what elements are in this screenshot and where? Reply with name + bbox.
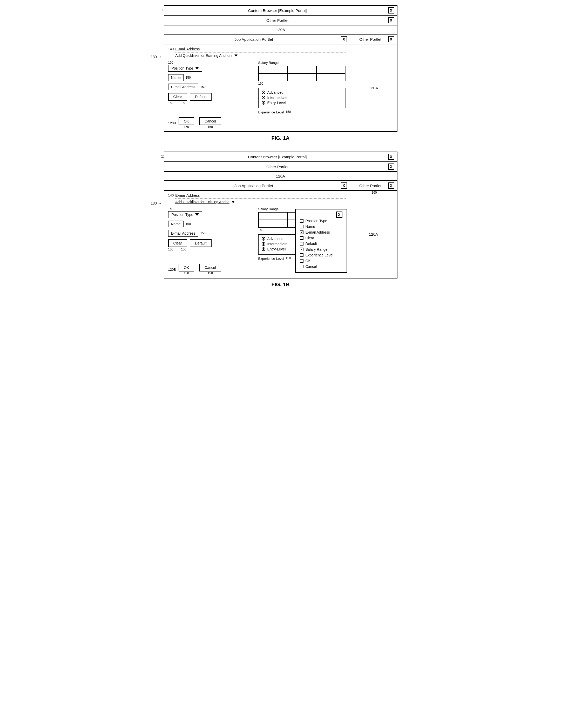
position-type-section-1b: 150 Position Type (168, 207, 256, 218)
quicklinks-link-1a[interactable]: Add Quicklinks for Existing Anchors (175, 53, 346, 58)
figure-label-1a: FIG. 1A (271, 135, 289, 141)
ref-130-arrow-1b: → (158, 201, 162, 206)
buttons-row-1b: Clear Default (168, 239, 256, 247)
quicklinks-arrow-1b (232, 201, 235, 203)
job-portlet-close-1b[interactable]: X (341, 182, 347, 189)
salary-cell-2 (287, 66, 316, 73)
email-input-1b[interactable]: E-mail Address (168, 230, 198, 237)
portlet-120a-label-1b: 120A (164, 172, 397, 181)
checkbox-salary[interactable]: ✕ (300, 248, 303, 251)
name-input-1a[interactable]: Name (168, 74, 184, 81)
popup-item-cancel[interactable]: Cancel (300, 264, 342, 269)
ref-row-buttons-1b: 150 150 (168, 248, 256, 251)
job-portlet-main-1a: Job Application Portlet X 140 E-mail Add… (164, 35, 350, 131)
other-portlet-side-1b: Other Portlet X 120A (350, 181, 397, 278)
ref-row-buttons-1a: 150 150 (168, 101, 256, 105)
popup-cancel-label: Cancel (306, 264, 317, 269)
name-row-1a: Name 150 (168, 74, 256, 81)
popup-item-salary[interactable]: ✕ Salary Range (300, 247, 342, 251)
name-row-1b: Name 150 (168, 221, 256, 227)
salary-cell-3 (316, 66, 346, 73)
cancel-button-1b[interactable]: Cancel (199, 264, 221, 271)
job-portlet-title-bar-1a: Job Application Portlet X (164, 35, 350, 44)
position-type-text-1b: Position Type (172, 213, 193, 217)
radio-entry-circle-1b (262, 247, 265, 251)
ref-150-pos-1a: 150 (168, 61, 256, 64)
ok-button-1b[interactable]: OK (179, 264, 194, 271)
ok-button-1a[interactable]: OK (179, 117, 194, 125)
position-type-dropdown-1b[interactable]: Position Type (168, 211, 202, 218)
salary-cell-4 (259, 73, 288, 81)
salary-cell-5 (287, 73, 316, 81)
salary-cell-1 (259, 66, 288, 73)
popup-item-ok[interactable]: OK (300, 259, 342, 263)
popup-close-row-1b: X (300, 212, 342, 218)
job-portlet-title-1a: Job Application Portlet (167, 37, 341, 42)
popup-item-default[interactable]: Default (300, 242, 342, 246)
position-type-dropdown-1a[interactable]: Position Type (168, 65, 202, 72)
other-portlet-title-1b: Other Portlet (167, 165, 388, 169)
quicklinks-link-1b[interactable]: Add Quicklinks for Existing Ancho (175, 200, 346, 204)
email-anchor-link-1b[interactable]: E-mail Address (175, 193, 346, 198)
portlet-120a-label-1a: 120A (164, 25, 397, 35)
checkbox-clear[interactable] (300, 236, 303, 240)
popup-clear-label: Clear (306, 236, 314, 240)
checkbox-default[interactable] (300, 242, 303, 246)
figure-1b-section: 110 Content Browser [Example Portal] X O… (164, 152, 397, 288)
side-120a-label-1a: 120A (369, 86, 378, 90)
checkbox-name[interactable] (300, 225, 303, 228)
figure-label-1b: FIG. 1B (271, 282, 289, 288)
job-portlet-title-bar-1b: Job Application Portlet X (164, 181, 350, 191)
salary-section-1a: Salary Range (258, 61, 346, 85)
salary-grid-1a (258, 66, 346, 81)
default-button-1b[interactable]: Default (190, 239, 212, 247)
ref-160-label-1b: 160 (371, 191, 377, 194)
quicklinks-popup-1b: X Position Type Name (295, 209, 347, 273)
ref-150-name-1a: 150 (186, 76, 191, 79)
name-input-1b[interactable]: Name (168, 221, 184, 227)
ref-150-cancel-1b: 150 (199, 271, 221, 275)
ref-150-ok-1b: 150 (179, 271, 194, 275)
job-portlet-section-1a: Job Application Portlet X 140 E-mail Add… (164, 35, 397, 132)
ref-150-email-1a: 150 (200, 85, 206, 89)
radio-entry-1a[interactable]: Entry-Level (262, 101, 342, 105)
exp-level-label-1b: Experience Level (258, 257, 284, 261)
checkbox-position-type[interactable] (300, 219, 303, 223)
browser-title-1a: Content Browser [Example Portal] (167, 8, 388, 13)
checkbox-ok[interactable] (300, 259, 303, 263)
radio-intermediate-label-1a: Intermediate (267, 96, 288, 100)
popup-salary-label: Salary Range (306, 247, 328, 251)
job-portlet-close-1a[interactable]: X (341, 36, 347, 42)
clear-button-1a[interactable]: Clear (168, 93, 187, 101)
email-input-1a[interactable]: E-mail Address (168, 84, 198, 90)
position-type-section-1a: 150 Position Type (168, 61, 256, 72)
checkbox-email[interactable]: ✕ (300, 230, 303, 234)
browser-close-btn-1a[interactable]: X (388, 7, 394, 13)
other-portlet-side-close-1b[interactable]: X (388, 182, 394, 189)
popup-item-email[interactable]: ✕ E-mail Address (300, 230, 342, 234)
email-anchor-link-1a[interactable]: E-mail Address (175, 47, 346, 51)
checkbox-experience[interactable] (300, 253, 303, 257)
other-portlet-close-1a[interactable]: X (388, 17, 394, 23)
popup-item-experience[interactable]: Experience Level (300, 253, 342, 257)
popup-item-name[interactable]: Name (300, 224, 342, 229)
radio-intermediate-1a[interactable]: Intermediate (262, 96, 342, 100)
quicklinks-text-1b: Add Quicklinks for Existing Ancho (175, 200, 229, 204)
other-portlet-side-title-1b: Other Portlet (353, 183, 388, 188)
email-row-1a: E-mail Address 150 (168, 84, 256, 90)
browser-close-btn-1b[interactable]: X (388, 154, 394, 160)
email-section-1a: E-mail Address 150 (168, 84, 256, 90)
checkbox-cancel[interactable] (300, 265, 303, 268)
ref-130-arrow-1a: → (158, 55, 162, 59)
default-button-1a[interactable]: Default (190, 93, 212, 101)
popup-close-btn-1b[interactable]: X (336, 212, 342, 218)
popup-item-clear[interactable]: Clear (300, 236, 342, 240)
cancel-button-1a[interactable]: Cancel (199, 117, 221, 125)
ref-150-cancel-1a: 150 (199, 125, 221, 129)
other-portlet-side-close-1a[interactable]: X (388, 36, 394, 42)
other-portlet-close-1b[interactable]: X (388, 164, 394, 170)
radio-advanced-1a[interactable]: Advanced (262, 90, 342, 94)
clear-button-1b[interactable]: Clear (168, 239, 187, 247)
popup-item-position-type[interactable]: Position Type (300, 219, 342, 223)
quicklinks-text-1a: Add Quicklinks for Existing Anchors (175, 53, 232, 58)
